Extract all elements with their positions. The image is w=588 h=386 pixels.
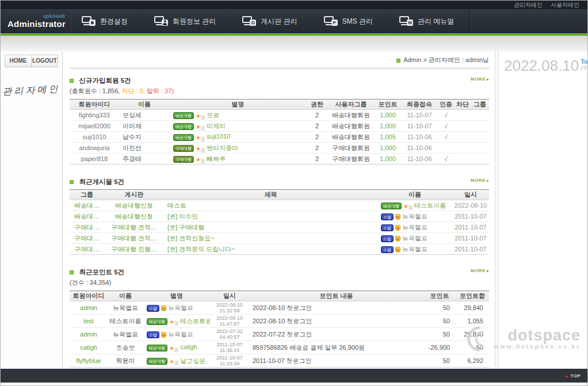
post-title-link[interactable]: [코] 미수민 [167,213,198,220]
nickname-link[interactable]: 뉴욕헬프 [402,224,427,231]
post-group[interactable]: 구매대… [70,244,104,255]
column-header: 제목 [164,190,377,200]
post-title-link[interactable]: [코] 견적신청요~ [167,235,215,242]
shield-icon: H [395,236,400,242]
post-date: 2011-10-07 [452,244,489,255]
post-board[interactable]: 배송대행신청 [104,211,164,222]
post-board[interactable]: 구매대행 견적… [104,222,164,233]
group-badge-staff-icon: 스탭 [381,246,394,253]
sidebar-buttons: HOME LOGOUT [5,55,58,67]
member-verified: √ [437,110,455,121]
table-row: mijaell2000이미재배송대행★2미제리2배송대행회원1,00011-10… [70,121,489,132]
table-row: fighting333모상세배송대행★2모르2배송대행회원1,00011-10-… [70,110,489,121]
nickname-link[interactable]: 뉴욕헬프 [402,213,427,220]
post-title-link[interactable]: [코] 구매대행 [167,224,204,231]
table-row: paper818주경태구매대행★2빼빠루2구매대행회원1,00011-10-06… [70,154,489,165]
member-id[interactable]: paper818 [70,154,119,165]
post-title-link[interactable]: [코] 견적문의 드립니다~ [167,246,235,253]
nickname-link[interactable]: 모르 [207,112,219,119]
member-id[interactable]: suji1010 [70,132,119,143]
point-member-id[interactable]: admin [70,328,108,341]
home-button[interactable]: HOME [5,55,31,67]
column-header: 차단 [455,100,471,110]
today-date: 2022.08.10 [504,58,579,73]
nickname-link[interactable]: 뉴욕헬프 [402,246,427,253]
main-content: Admin > 관리자메인 : admin님 신규가입회원 5건 MORE▸ (… [63,51,495,368]
date-panel: 2022.08.10 Today (수) [498,51,587,368]
member-id[interactable]: andowjuria [70,143,119,154]
member-points: 1,000 [374,154,402,165]
member-group: 배송대행회원 [328,132,374,143]
post-group[interactable]: 배송대… [70,211,104,222]
logout-button[interactable]: LOGOUT [31,55,58,67]
more-arrow-icon: ▸ [487,77,489,81]
section-bullet-icon [70,180,74,184]
member-group2 [471,121,489,132]
member-id[interactable]: fighting333 [70,110,119,121]
nickname-link[interactable]: suji1010 [207,133,230,140]
link-admin-main[interactable]: 관리자메인 [514,1,543,9]
more-link-new-members[interactable]: MORE▸ [471,77,489,82]
post-board[interactable]: 배송대행신청 [104,200,164,211]
nickname-link[interactable]: 뉴욕헬프 [168,304,193,311]
column-header: 게시판 [104,190,164,200]
point-member-id[interactable]: admin [70,301,108,315]
nickname-link[interactable]: 뉴욕헬프 [168,331,193,338]
nav-item-board[interactable]: D게시판 관리 [231,9,312,33]
point-member-id[interactable]: flyflyblue [70,354,108,368]
member-stats: (총회원수 : 1,856, 차단 : 0, 탈퇴 : 37) [70,87,489,95]
footer-bar: ▲ TOP [1,369,587,383]
nickname-link[interactable]: 날고싶은 [180,357,205,364]
member-id[interactable]: mijaell2000 [70,121,119,132]
section-title: 신규가입회원 5건 [79,77,131,84]
member-verified: √ [437,132,455,143]
member-role: 2 [306,154,328,165]
more-link-recent-posts[interactable]: MORE▸ [471,178,489,183]
member-blocked [455,132,471,143]
member-role: 2 [306,143,328,154]
post-board[interactable]: 구매대행 견적… [104,233,164,244]
point-member-id[interactable]: catigh [70,341,108,354]
nav-item-members[interactable]: 회원정보 관리 [143,9,231,33]
link-user-main[interactable]: 사용자메인 [551,1,579,9]
point-description: 2022-07-22 첫로그인 [249,328,423,341]
column-header: 별명 [170,100,306,110]
point-member-name: 조승모 [108,341,143,354]
logo-subtitle: uplusweb [43,14,65,19]
post-group[interactable]: 구매대… [70,233,104,244]
member-blocked [455,143,471,154]
more-arrow-icon: ▸ [487,178,489,182]
point-total: 29,840 [456,301,489,315]
post-group[interactable]: 구매대… [70,222,104,233]
post-title-link[interactable]: 테스트 [167,202,186,209]
nickname-link[interactable]: 벤터지종마 [207,144,238,151]
point-total: 50 [456,341,489,354]
post-board[interactable]: 구매대행 진행… [104,244,164,255]
nickname-link[interactable]: 테스트회원 [180,318,210,324]
column-header: 일시 [452,190,489,200]
admin-dashboard: 관리자메인 사용자메인 uplusweb Administrator 환경설정회… [0,0,588,386]
shield-icon: H [395,247,400,253]
more-link-recent-points[interactable]: MORE▸ [471,268,489,273]
nav-item-settings[interactable]: 환경설정 [71,9,143,33]
group-badge-delivery-icon: 배송대행 [147,345,167,351]
member-last-access: 11-10-07 [402,121,437,132]
level-star-icon: ★2 [196,145,205,152]
point-description: 8597586826 배송료 결제 일부 26,900원 [249,341,423,354]
nickname-link[interactable]: 빼빠루 [207,155,226,162]
nickname-link[interactable]: 미제리 [207,123,226,129]
post-title-cell: 테스트 [164,200,377,211]
level-star-icon: ★2 [169,318,178,325]
member-name: 이미재 [119,121,170,132]
level-star-icon: ★2 [196,123,205,130]
post-date: 2011-10-07 [452,222,489,233]
nav-item-manual[interactable]: M관리 메뉴얼 [388,9,469,33]
post-group[interactable]: 배송대… [70,200,104,211]
top-links-strip: 관리자메인 사용자메인 [1,1,587,9]
nickname-link[interactable]: 뉴욕헬프 [402,235,427,242]
point-member-id[interactable]: test [70,315,108,328]
nickname-link[interactable]: 테스트이름 [414,202,446,209]
nickname-link[interactable]: catigh [180,343,197,350]
scroll-top-button[interactable]: TOP [570,373,581,379]
nav-item-sms[interactable]: PSMS 관리 [313,9,388,33]
